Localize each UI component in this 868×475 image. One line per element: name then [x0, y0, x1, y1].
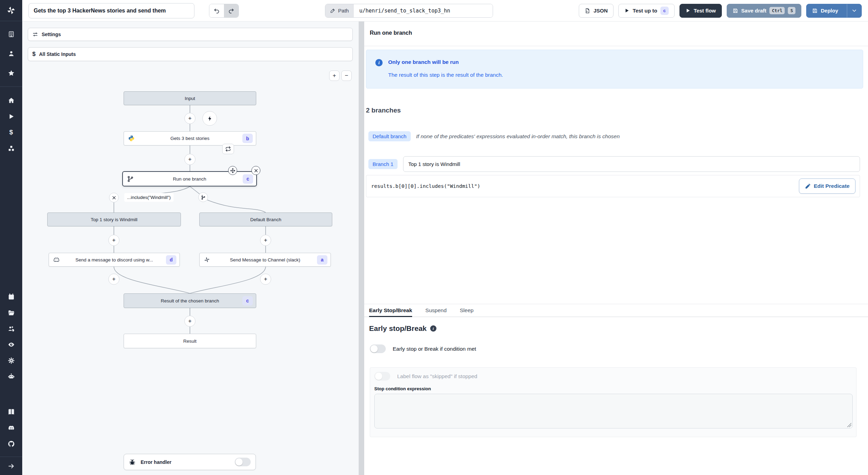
move-icon — [230, 168, 235, 173]
dollar-icon: $ — [32, 51, 35, 58]
flow-canvas[interactable]: Settings $ All Static Inputs + − Input + — [22, 22, 359, 475]
add-step-button[interactable]: + — [184, 113, 195, 124]
undo-button[interactable] — [209, 4, 224, 17]
early-stop-heading: Early stop/Break — [369, 324, 427, 333]
undo-redo-group — [209, 4, 239, 18]
slack-icon — [204, 257, 210, 263]
flow-settings-button[interactable]: Settings — [28, 28, 353, 41]
step-badge: c — [660, 7, 669, 15]
test-flow-button[interactable]: Test flow — [679, 4, 722, 18]
docs-book-icon[interactable] — [0, 404, 22, 420]
edit-predicate-button[interactable]: Edit Predicate — [799, 178, 856, 194]
audit-eye-icon[interactable] — [0, 336, 22, 352]
play-icon — [685, 8, 691, 13]
deploy-button[interactable]: Deploy — [806, 4, 862, 18]
flow-summary-input[interactable] — [28, 3, 194, 18]
favorites-star-icon[interactable] — [0, 65, 22, 81]
workers-robot-icon[interactable] — [0, 368, 22, 384]
branches-heading: 2 branches — [366, 107, 401, 114]
add-step-button[interactable]: + — [184, 316, 195, 327]
loop-icon-button[interactable] — [222, 144, 234, 154]
node-error-handler[interactable]: Error handler — [124, 454, 256, 470]
add-step-button[interactable]: + — [108, 274, 119, 285]
node-result-of-branch[interactable]: Result of the chosen branch c — [124, 293, 256, 308]
deploy-dropdown-button[interactable] — [847, 4, 861, 17]
zoom-out-button[interactable]: − — [341, 70, 352, 81]
early-stop-toggle-label: Early stop or Break if condition met — [393, 346, 476, 352]
folders-icon[interactable] — [0, 305, 22, 320]
save-icon — [733, 8, 738, 14]
sliders-icon — [32, 32, 38, 38]
pane-splitter[interactable] — [359, 22, 364, 475]
add-step-button[interactable]: + — [260, 274, 271, 285]
json-button[interactable]: JSON — [579, 4, 614, 18]
trigger-bolt-button[interactable] — [202, 111, 217, 126]
deploy-main[interactable]: Deploy — [807, 4, 844, 17]
remove-branch-button[interactable] — [109, 193, 119, 202]
close-icon — [112, 195, 116, 200]
user-icon[interactable] — [0, 45, 22, 61]
groups-users-icon[interactable] — [0, 320, 22, 336]
node-run-one-branch[interactable]: Run one branch c — [122, 171, 257, 186]
zoom-in-button[interactable]: + — [329, 70, 340, 81]
chevron-down-icon — [852, 8, 857, 13]
topbar: Path u/henri/send_to_slack_top3_hn JSON … — [22, 0, 868, 22]
pencil-icon — [805, 183, 811, 189]
variables-dollar-icon[interactable]: $ — [0, 124, 22, 140]
python-icon — [128, 135, 135, 142]
path-label: Path — [338, 8, 349, 14]
tab-early-stop-break[interactable]: Early Stop/Break — [369, 304, 412, 317]
step-id-badge: c — [242, 296, 253, 306]
predicate-code: results.b[0][0].includes("Windmill") — [371, 183, 799, 189]
node-slack-message[interactable]: Send Message to Channel (slack) a — [199, 253, 331, 267]
collapse-arrow-icon[interactable] — [0, 457, 22, 475]
add-branch-button[interactable] — [198, 192, 208, 202]
add-step-button[interactable]: + — [184, 154, 195, 165]
test-up-to-button[interactable]: Test up to c — [618, 4, 675, 18]
flow-edges — [22, 22, 359, 475]
info-tooltip-icon[interactable]: i — [430, 325, 436, 332]
bolt-icon — [207, 116, 213, 122]
early-stop-toggle[interactable] — [370, 344, 386, 353]
schedules-calendar-icon[interactable] — [0, 289, 22, 305]
skipped-label-toggle[interactable] — [374, 372, 390, 381]
close-icon — [254, 168, 258, 173]
info-body: The result of this step is the result of… — [388, 72, 503, 78]
move-step-button[interactable] — [228, 166, 237, 175]
app-window: $ — [0, 0, 868, 475]
home-icon[interactable] — [0, 92, 22, 108]
step-detail-panel: Run one branch i Only one branch will be… — [364, 22, 868, 475]
delete-step-button[interactable] — [251, 166, 260, 175]
windmill-logo[interactable] — [0, 0, 22, 21]
runs-play-icon[interactable] — [0, 108, 22, 124]
stop-condition-textarea[interactable] — [374, 394, 853, 428]
workspace-icon[interactable] — [0, 26, 22, 42]
node-input[interactable]: Input — [124, 91, 256, 105]
discord-icon[interactable] — [0, 420, 22, 436]
all-static-inputs-button[interactable]: $ All Static Inputs — [28, 47, 353, 61]
add-step-button[interactable]: + — [108, 235, 119, 246]
step-id-badge: d — [166, 255, 176, 265]
github-icon[interactable] — [0, 436, 22, 452]
redo-button[interactable] — [224, 4, 239, 17]
bug-icon — [129, 459, 136, 466]
resources-cubes-icon[interactable] — [0, 140, 22, 156]
error-handler-toggle[interactable] — [235, 458, 251, 466]
path-value[interactable]: u/henri/send_to_slack_top3_hn — [354, 4, 493, 17]
path-edit-button[interactable]: Path — [325, 4, 354, 17]
node-branch-default[interactable]: Default Branch — [199, 212, 332, 226]
settings-tabbar: Early Stop/Break Suspend Sleep — [364, 304, 868, 317]
stop-condition-label: Stop condition expression — [374, 386, 852, 391]
sidebar-divider — [0, 86, 22, 87]
tab-suspend[interactable]: Suspend — [425, 304, 446, 317]
node-result[interactable]: Result — [124, 334, 256, 348]
node-gets-3-best-stories[interactable]: Gets 3 best stories b — [124, 131, 256, 145]
node-discord-message[interactable]: Send a message to discord using w... d — [49, 253, 180, 267]
save-draft-button[interactable]: Save draft Ctrl S — [727, 4, 801, 18]
node-branch-top1-windmill[interactable]: Top 1 story is Windmill — [47, 212, 181, 226]
settings-gear-icon[interactable] — [0, 352, 22, 368]
play-icon — [624, 8, 629, 13]
branch-summary-input[interactable] — [403, 156, 860, 172]
tab-sleep[interactable]: Sleep — [460, 304, 474, 317]
add-step-button[interactable]: + — [260, 235, 271, 246]
